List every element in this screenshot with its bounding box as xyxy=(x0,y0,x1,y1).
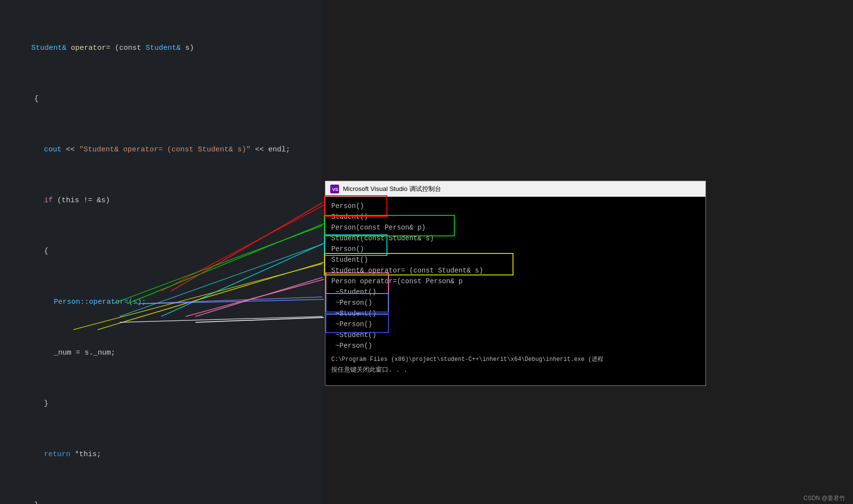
console-titlebar: VS Microsoft Visual Studio 调试控制台 xyxy=(325,181,705,197)
code-line: Student& operator= (const Student& s) xyxy=(24,42,318,55)
svg-text:VS: VS xyxy=(332,187,338,192)
console-output-line: Person() xyxy=(331,201,700,211)
console-window: VS Microsoft Visual Studio 调试控制台 Person(… xyxy=(325,181,706,386)
console-output-line: ~Student() xyxy=(331,308,700,319)
console-path-line: C:\Program Files (x86)\project\student-C… xyxy=(331,354,700,365)
code-content: Student& operator= (const Student& s) { … xyxy=(20,0,322,504)
console-output-line: Person(const Person& p) xyxy=(331,222,700,233)
console-body: Person() Student() Person(const Person& … xyxy=(325,197,705,379)
credit-text: CSDN @姜君竹 xyxy=(803,494,845,503)
console-title: Microsoft Visual Studio 调试控制台 xyxy=(343,185,441,193)
code-line: } xyxy=(24,499,318,504)
code-line: _num = s._num; xyxy=(24,347,318,359)
vs-icon: VS xyxy=(330,185,339,193)
console-output-line: ~Person() xyxy=(331,297,700,308)
console-output-line: ~Person() xyxy=(331,319,700,330)
code-line: return *this; xyxy=(24,448,318,461)
console-output-line: ~Student() xyxy=(331,287,700,297)
console-output-line: Student& operator= (const Student& s) xyxy=(331,265,700,276)
bottom-bar: CSDN @姜君竹 xyxy=(706,492,853,504)
code-line: } xyxy=(24,398,318,410)
console-exit-line: 按任意键关闭此窗口. . . xyxy=(331,365,700,376)
console-output-line: Student() xyxy=(331,211,700,222)
console-output-line: Student() xyxy=(331,254,700,265)
code-line: Person::operator=(s); xyxy=(24,296,318,309)
code-line: { xyxy=(24,245,318,258)
console-output-line: Person() xyxy=(331,244,700,254)
code-line: cout << "Student& operator= (const Stude… xyxy=(24,144,318,156)
code-line: { xyxy=(24,93,318,105)
console-output-line: Student(const Student& s) xyxy=(331,233,700,244)
console-output-line: ~Person() xyxy=(331,340,700,351)
console-output-line: Person operator=(const Person& p xyxy=(331,276,700,287)
console-output-line: ~Student() xyxy=(331,330,700,340)
code-editor: Student& operator= (const Student& s) { … xyxy=(0,0,322,504)
code-line: if (this != &s) xyxy=(24,194,318,207)
